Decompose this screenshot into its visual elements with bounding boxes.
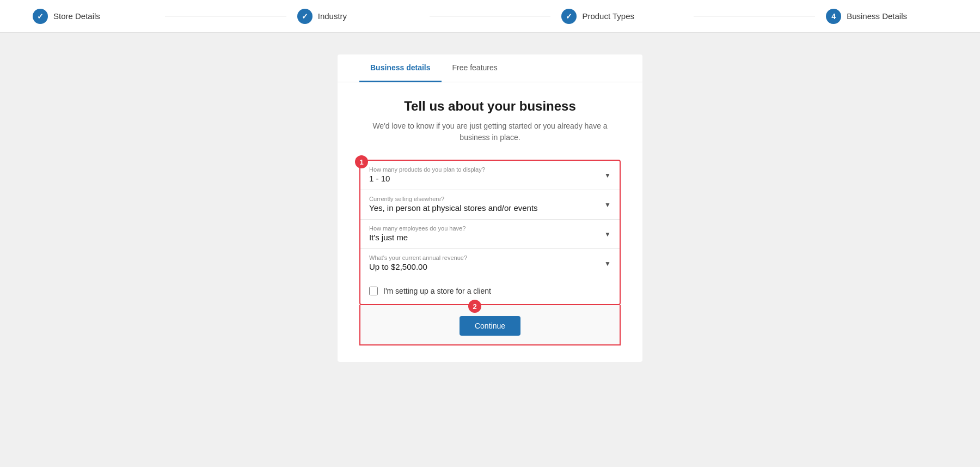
selling-elsewhere-wrapper: Currently selling elsewhere? Yes, in per… — [360, 190, 620, 219]
step-business-details-label: Business Details — [847, 11, 907, 21]
client-checkbox-label[interactable]: I'm setting up a store for a client — [383, 287, 491, 295]
step-divider-1 — [165, 16, 286, 16]
tab-bar: Business details Free features — [338, 54, 642, 82]
step-divider-3 — [694, 16, 815, 16]
form-body: Tell us about your business We'd love to… — [338, 82, 642, 362]
main-content: Business details Free features Tell us a… — [0, 33, 980, 384]
annual-revenue-wrapper: What's your current annual revenue? Up t… — [360, 249, 620, 278]
products-count-wrapper: How many products do you plan to display… — [360, 161, 620, 190]
step-industry: ✓ Industry — [297, 9, 419, 24]
continue-section: 2 Continue — [359, 305, 621, 345]
products-count-group: How many products do you plan to display… — [360, 161, 620, 190]
continue-button[interactable]: Continue — [460, 316, 520, 336]
form-title: Tell us about your business — [359, 99, 621, 114]
step-store-details-icon: ✓ — [33, 9, 48, 24]
step-divider-2 — [430, 16, 551, 16]
step-store-details: ✓ Store Details — [33, 9, 154, 24]
step-product-types-icon: ✓ — [561, 9, 577, 24]
annual-revenue-group: What's your current annual revenue? Up t… — [360, 249, 620, 278]
client-checkbox[interactable] — [369, 287, 378, 295]
form-subtitle: We'd love to know if you are just gettin… — [359, 120, 621, 143]
stepper: ✓ Store Details ✓ Industry ✓ Product Typ… — [0, 0, 980, 33]
employees-group: How many employees do you have? It's jus… — [360, 220, 620, 249]
form-section: 1 How many products do you plan to displ… — [359, 160, 621, 305]
tab-free-features[interactable]: Free features — [442, 54, 509, 82]
step-industry-label: Industry — [318, 11, 347, 21]
step-store-details-label: Store Details — [53, 11, 100, 21]
step-business-details: 4 Business Details — [826, 9, 947, 24]
employees-wrapper: How many employees do you have? It's jus… — [360, 220, 620, 248]
step-product-types: ✓ Product Types — [561, 9, 683, 24]
step-industry-icon: ✓ — [297, 9, 313, 24]
step-product-types-label: Product Types — [582, 11, 634, 21]
client-checkbox-row: I'm setting up a store for a client — [360, 278, 620, 304]
step-badge-2: 2 — [468, 300, 481, 313]
step-badge-1: 1 — [355, 155, 368, 168]
selling-elsewhere-group: Currently selling elsewhere? Yes, in per… — [360, 190, 620, 220]
business-details-card: Business details Free features Tell us a… — [338, 54, 642, 362]
tab-business-details[interactable]: Business details — [359, 54, 442, 82]
step-business-details-icon: 4 — [826, 9, 841, 24]
form-outer: 1 How many products do you plan to displ… — [359, 160, 621, 345]
